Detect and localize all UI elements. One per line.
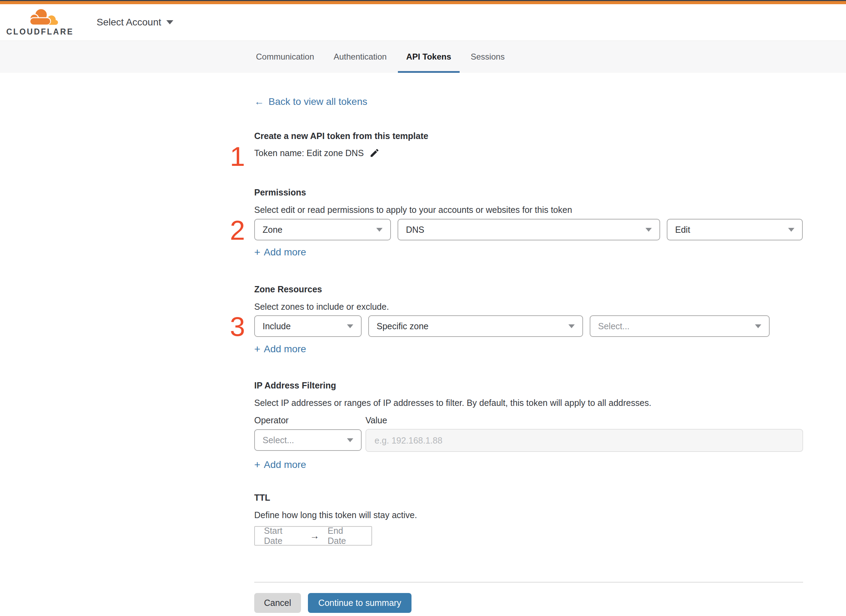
zone-type-select[interactable]: Specific zone — [368, 315, 583, 337]
tab-api-tokens-label: API Tokens — [406, 52, 451, 62]
zone-resources-heading: Zone Resources — [254, 284, 322, 295]
cloudflare-wordmark: CLOUDFLARE — [6, 27, 64, 37]
plus-icon: + — [254, 344, 260, 354]
dropdown-caret-icon — [347, 324, 353, 328]
dropdown-caret-icon — [347, 438, 353, 442]
tab-sessions-label: Sessions — [471, 52, 505, 62]
token-name-text: Token name: Edit zone DNS — [254, 148, 364, 158]
permissions-add-more-label: Add more — [264, 247, 306, 258]
operator-placeholder: Select... — [263, 435, 294, 445]
annotation-step-2: 2 — [226, 217, 249, 244]
ip-value-input[interactable] — [365, 429, 803, 452]
ip-filtering-heading: IP Address Filtering — [254, 380, 336, 390]
tab-api-tokens[interactable]: API Tokens — [398, 41, 460, 73]
footer-actions: Cancel Continue to summary — [254, 593, 412, 613]
operator-select[interactable]: Select... — [254, 429, 362, 451]
token-name-row: Token name: Edit zone DNS — [254, 148, 380, 158]
tab-communication[interactable]: Communication — [247, 41, 322, 73]
permissions-description: Select edit or read permissions to apply… — [254, 205, 572, 215]
ttl-heading: TTL — [254, 493, 270, 503]
zone-mode-value: Include — [263, 321, 291, 331]
arrow-right-icon: → — [310, 531, 319, 541]
cancel-button[interactable]: Cancel — [254, 593, 301, 613]
footer-divider — [254, 582, 803, 582]
permission-service-value: DNS — [406, 225, 424, 235]
permissions-heading: Permissions — [254, 188, 306, 198]
account-selector-label: Select Account — [97, 17, 161, 28]
zone-resources-add-more-label: Add more — [264, 343, 306, 355]
cloudflare-api-token-page: CLOUDFLARE Select Account Communication … — [0, 0, 846, 616]
cloudflare-logo[interactable]: CLOUDFLARE — [6, 7, 64, 37]
zone-mode-select[interactable]: Include — [254, 315, 362, 337]
zone-picker-placeholder: Select... — [598, 321, 630, 331]
dropdown-caret-icon — [755, 324, 761, 328]
dropdown-caret-icon — [646, 228, 652, 232]
zone-type-value: Specific zone — [377, 321, 428, 331]
permissions-add-more-link[interactable]: + Add more — [254, 247, 306, 258]
continue-to-summary-button[interactable]: Continue to summary — [308, 593, 412, 613]
ip-filtering-add-more-label: Add more — [264, 459, 306, 470]
plus-icon: + — [254, 247, 260, 258]
permission-scope-select[interactable]: Zone — [254, 219, 391, 241]
permission-service-select[interactable]: DNS — [397, 219, 660, 241]
tab-authentication[interactable]: Authentication — [325, 41, 395, 73]
tab-sessions[interactable]: Sessions — [462, 41, 513, 73]
zone-picker-select[interactable]: Select... — [590, 315, 769, 337]
back-link-label: Back to view all tokens — [269, 96, 367, 107]
brand-accent-bar — [0, 1, 846, 4]
ttl-date-range-field[interactable]: Start Date → End Date — [254, 526, 372, 546]
back-to-tokens-link[interactable]: ← Back to view all tokens — [254, 96, 367, 107]
dropdown-caret-icon — [568, 324, 575, 328]
create-token-heading: Create a new API token from this templat… — [254, 131, 428, 141]
account-selector[interactable]: Select Account — [97, 4, 173, 40]
operator-label: Operator — [254, 415, 289, 425]
page-header: CLOUDFLARE Select Account — [0, 4, 846, 40]
edit-pencil-icon[interactable] — [369, 148, 380, 158]
chevron-down-icon — [166, 20, 173, 24]
tab-communication-label: Communication — [256, 52, 314, 62]
zone-resources-add-more-link[interactable]: + Add more — [254, 343, 306, 355]
permission-access-value: Edit — [675, 225, 690, 235]
dropdown-caret-icon — [788, 228, 795, 232]
back-arrow-icon: ← — [254, 96, 264, 107]
start-date-placeholder: Start Date — [264, 526, 301, 546]
tab-list: Communication Authentication API Tokens … — [247, 41, 513, 73]
permissions-row: Zone DNS Edit — [254, 219, 803, 241]
annotation-step-3: 3 — [226, 313, 249, 340]
ip-filtering-add-more-link[interactable]: + Add more — [254, 459, 306, 470]
ip-filtering-row: Select... — [254, 429, 362, 451]
ttl-description: Define how long this token will stay act… — [254, 510, 417, 520]
zone-resources-row: Include Specific zone Select... — [254, 315, 769, 337]
ip-filtering-description: Select IP addresses or ranges of IP addr… — [254, 398, 652, 408]
plus-icon: + — [254, 459, 260, 470]
annotation-step-1: 1 — [226, 143, 249, 170]
permission-scope-value: Zone — [263, 225, 282, 235]
end-date-placeholder: End Date — [327, 526, 362, 546]
tab-authentication-label: Authentication — [334, 52, 387, 62]
profile-tabbar: Communication Authentication API Tokens … — [0, 40, 846, 73]
dropdown-caret-icon — [376, 228, 383, 232]
value-label: Value — [365, 415, 387, 425]
cloudflare-cloud-icon — [26, 7, 59, 27]
permission-access-select[interactable]: Edit — [667, 219, 803, 241]
zone-resources-description: Select zones to include or exclude. — [254, 302, 389, 312]
